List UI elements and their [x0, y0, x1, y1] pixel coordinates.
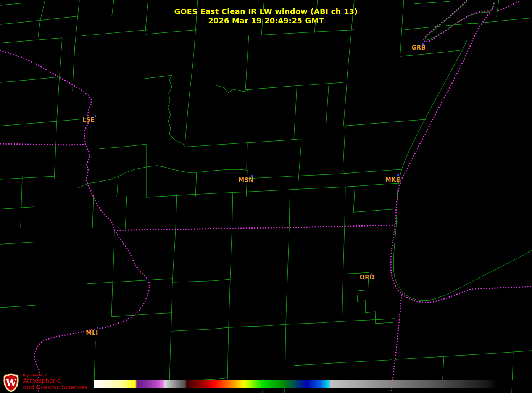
- state-border-line: [114, 225, 395, 230]
- station-dot-mke: [397, 174, 399, 176]
- county-line: [117, 176, 118, 197]
- county-line: [229, 324, 286, 327]
- page-title: GOES East Clean IR LW window (ABI ch 13)…: [0, 7, 532, 26]
- station-dot-lse: [95, 115, 96, 117]
- county-line: [247, 172, 357, 179]
- logo-dept-line: Department of: [23, 374, 88, 377]
- county-line: [343, 119, 426, 126]
- county-line: [146, 186, 356, 197]
- station-dot-mli: [97, 327, 98, 329]
- county-line: [393, 40, 532, 301]
- county-line: [289, 190, 290, 228]
- county-line: [294, 360, 392, 366]
- county-line: [0, 176, 54, 179]
- state-border-line: [0, 50, 150, 392]
- station-label-ord: ORD: [360, 274, 374, 281]
- station-label-grb: GRB: [412, 44, 426, 51]
- county-line: [342, 226, 345, 321]
- county-line: [414, 1, 450, 4]
- county-line: [375, 322, 393, 324]
- county-line: [294, 85, 297, 140]
- county-line: [326, 82, 329, 126]
- county-line: [245, 35, 249, 90]
- station-label-mli: MLI: [86, 330, 98, 337]
- county-line: [145, 30, 197, 34]
- county-line: [400, 50, 460, 56]
- county-line: [214, 85, 249, 93]
- county-line: [261, 30, 354, 35]
- county-line: [172, 279, 230, 282]
- county-line: [353, 186, 355, 212]
- county-line: [125, 196, 127, 229]
- county-line: [0, 3, 23, 5]
- state-border-dotted-lines: [0, 0, 532, 393]
- county-line: [185, 139, 301, 147]
- county-line: [247, 143, 247, 170]
- county-line: [21, 176, 22, 228]
- county-line: [54, 128, 56, 179]
- county-line: [246, 170, 247, 197]
- county-line: [353, 209, 396, 212]
- county-line: [56, 38, 62, 128]
- map-overlay-svg: [0, 0, 532, 393]
- county-line: [342, 319, 395, 321]
- county-line: [0, 77, 57, 82]
- aos-logo: W Department of Atmospheric and Oceanic …: [3, 373, 88, 393]
- county-line: [99, 144, 146, 149]
- logo-line1: Atmospheric: [23, 378, 88, 384]
- station-label-lse: LSE: [82, 116, 95, 123]
- county-line: [227, 229, 232, 393]
- county-line: [356, 183, 398, 186]
- county-line: [286, 321, 342, 324]
- station-label-msn: MSN: [239, 177, 254, 184]
- title-line2: 2026 Mar 19 20:49:25 GMT: [0, 16, 532, 26]
- logo-text: Department of Atmospheric and Oceanic Sc…: [23, 373, 88, 391]
- county-line: [111, 231, 114, 317]
- county-line: [195, 172, 197, 197]
- county-line: [168, 74, 185, 145]
- county-line: [345, 187, 345, 226]
- ir-temperature-colorbar: [94, 380, 532, 388]
- county-line: [111, 313, 171, 317]
- county-line: [92, 195, 94, 228]
- title-line1: GOES East Clean IR LW window (ABI ch 13): [0, 7, 532, 16]
- logo-line2: and Oceanic Sciences: [23, 385, 88, 391]
- county-line: [145, 75, 172, 79]
- state-border-line: [391, 8, 492, 303]
- county-line: [0, 207, 34, 209]
- county-line: [87, 279, 172, 284]
- county-line: [176, 194, 177, 230]
- crest-monogram: W: [6, 377, 17, 388]
- county-line: [82, 30, 148, 36]
- county-line: [0, 242, 36, 244]
- station-label-mke: MKE: [385, 176, 400, 183]
- county-line: [0, 305, 35, 308]
- state-border-line: [391, 295, 401, 393]
- state-border-line: [475, 287, 532, 289]
- county-line: [357, 169, 401, 172]
- county-line: [169, 230, 176, 393]
- goes-ir-satellite-view: GOES East Clean IR LW window (ABI ch 13)…: [0, 0, 532, 393]
- county-line: [285, 228, 289, 393]
- county-line: [298, 139, 301, 189]
- county-line: [0, 38, 62, 43]
- county-line: [0, 119, 86, 126]
- county-boundary-lines: [0, 0, 532, 393]
- county-line: [78, 166, 247, 188]
- uw-crest-icon: W: [3, 373, 19, 393]
- county-line: [395, 351, 532, 359]
- county-line: [232, 192, 233, 229]
- state-border-line: [0, 144, 85, 145]
- county-line: [343, 126, 345, 172]
- county-line: [171, 327, 229, 331]
